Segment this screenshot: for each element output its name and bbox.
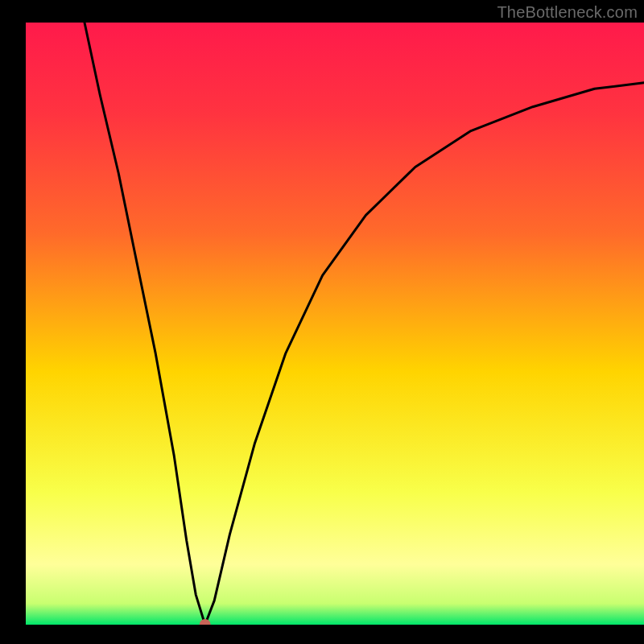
chart-background-gradient [26, 23, 644, 625]
chart-container: TheBottleneck.com [0, 0, 644, 644]
chart-frame-bottom [0, 625, 644, 644]
chart-frame-left [0, 0, 26, 644]
watermark-text: TheBottleneck.com [497, 3, 638, 22]
chart-svg [0, 0, 644, 644]
